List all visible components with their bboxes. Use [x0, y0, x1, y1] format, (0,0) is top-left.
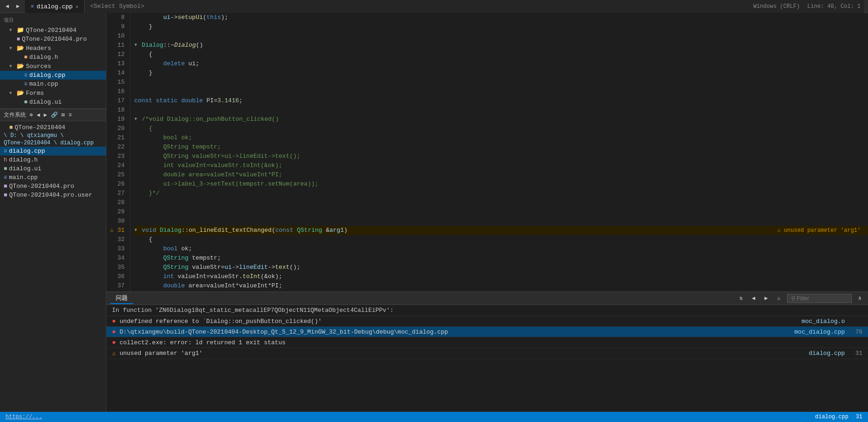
nav-forward-btn[interactable]: ▶	[14, 2, 21, 11]
editor-area[interactable]: 8 9 10 11 12 13 14 15 16 17 18 19 20 21 …	[106, 13, 868, 292]
issues-tab[interactable]: 问题	[110, 293, 133, 304]
fold-arrow-11[interactable]: ▼	[134, 41, 140, 50]
fs-pro-icon: ■	[4, 183, 7, 190]
issues-prev-icon[interactable]: ◀	[749, 294, 758, 303]
fs-h-icon: h	[4, 157, 7, 163]
sidebar-item-dialog-cpp[interactable]: ≡ dialog.cpp	[0, 71, 106, 80]
sidebar-item-dialog-h[interactable]: ■ dialog.h	[0, 53, 106, 62]
fs-cpp-icon-2: ≡	[4, 174, 7, 181]
forms-label: Forms	[26, 90, 44, 97]
fs-file-dialog-h[interactable]: h dialog.h	[0, 155, 106, 164]
fs-main-cpp-label: main.cpp	[9, 174, 37, 181]
fs-dialog-cpp-label: dialog.cpp	[9, 148, 45, 155]
issue-row-3[interactable]: ● collect2.exe: error: ld returned 1 exi…	[106, 337, 868, 348]
fs-icon-5[interactable]: ⊞	[62, 112, 65, 118]
pro-file-icon: ■	[17, 36, 20, 43]
code-line-20: {	[134, 124, 868, 133]
status-link[interactable]: https://...	[6, 414, 42, 420]
status-file: dialog.cpp	[815, 414, 849, 420]
code-line-29	[134, 207, 868, 217]
issue-row-2[interactable]: ● D:\qtxiangmu\build-QTone-20210404-Desk…	[106, 327, 868, 337]
code-line-37: double area=valueInt*valueInt*PI;	[134, 281, 868, 291]
fs-file-dialog-cpp[interactable]: ≡ dialog.cpp	[0, 147, 106, 155]
issue-header-row: In function 'ZN6Dialog18qt_static_metaca…	[106, 305, 868, 316]
sidebar-item-sources[interactable]: ▼ 📂 Sources	[0, 62, 106, 71]
fs-path-d[interactable]: \ D: \ qtxiangmu \	[4, 132, 64, 139]
ln-9: 9	[110, 22, 124, 31]
error-icon-3: ●	[112, 339, 116, 346]
ln-38: 38	[110, 291, 124, 292]
ln-29: 29	[110, 207, 124, 217]
tab-close-icon[interactable]: ✕	[75, 4, 79, 10]
sidebar: 项目 ▼ 📁 QTone-20210404 ■ QTone-20210404.p…	[0, 13, 106, 412]
nav-back-btn[interactable]: ◀	[4, 2, 11, 11]
code-line-22: QString tempstr;	[134, 143, 868, 152]
issue-row-4[interactable]: ⚠ unused parameter 'arg1' dialog.cpp 31	[106, 348, 868, 359]
line-col-label: Line: 40, Col: 1	[807, 3, 861, 10]
sidebar-item-dialog-ui[interactable]: ■ dialog.ui	[0, 98, 106, 106]
ln-28: 28	[110, 198, 124, 207]
fs-file-main-cpp[interactable]: ≡ main.cpp	[0, 173, 106, 182]
fs-prouser-icon: ■	[4, 192, 7, 199]
issue-header-text: In function 'ZN6Dialog18qt_static_metaca…	[112, 307, 394, 314]
top-toolbar: ◀ ▶ ≡ dialog.cpp ✕ <Select Symbol> Windo…	[0, 0, 868, 13]
select-symbol-area[interactable]: <Select Symbol>	[85, 0, 150, 13]
issue-line-2: 76	[849, 329, 862, 335]
encoding-label: Windows (CRLF)	[753, 3, 800, 10]
issues-collapse-icon[interactable]: ∧	[856, 294, 864, 303]
issues-warning-icon[interactable]: ⚠	[775, 294, 783, 303]
code-line-27: }*/	[134, 189, 868, 198]
fs-icon-6[interactable]: ≡	[68, 112, 72, 118]
tab-file-icon: ≡	[31, 4, 34, 9]
h-file-icon: ■	[24, 54, 27, 61]
issue-text-1: undefined reference to `Dialog::on_pushB…	[119, 318, 786, 325]
fold-arrow-19[interactable]: ▼	[134, 115, 140, 124]
issue-text-2: D:\qtxiangmu\build-QTone-20210404-Deskto…	[119, 329, 786, 335]
fs-icon-1[interactable]: ⊕	[30, 112, 33, 118]
sidebar-item-forms[interactable]: ▼ 📂 Forms	[0, 88, 106, 98]
fs-file-dialog-ui[interactable]: ■ dialog.ui	[0, 164, 106, 173]
code-line-26: ui->label_3->setText(tempstr.setNum(area…	[134, 180, 868, 189]
filesystem-label: 文件系统	[4, 111, 26, 119]
ln-32: 32	[110, 235, 124, 244]
sidebar-item-project[interactable]: ▼ 📁 QTone-20210404	[0, 25, 106, 35]
ln-10: 10	[110, 31, 124, 41]
main-area: 项目 ▼ 📁 QTone-20210404 ■ QTone-20210404.p…	[0, 13, 868, 412]
issue-file-4: dialog.cpp	[789, 350, 845, 357]
fs-project-name: QTone-20210404	[15, 124, 65, 131]
code-line-32: {	[134, 235, 868, 244]
ln-25: 25	[110, 170, 124, 180]
fs-icon-2[interactable]: ◀	[37, 112, 40, 118]
fs-file-pro[interactable]: ■ QTone-20210404.pro	[0, 182, 106, 191]
fs-file-pro-user[interactable]: ■ QTone-20210404.pro.user	[0, 191, 106, 199]
ln-18: 18	[110, 106, 124, 115]
ln-30: 30	[110, 217, 124, 226]
issues-sort-icon[interactable]: ⇅	[737, 294, 745, 303]
issue-line-4: 31	[849, 350, 862, 357]
fs-path-proj[interactable]: QTone-20210404 \ dialog.cpp	[4, 140, 93, 146]
main-cpp-label: main.cpp	[29, 81, 58, 87]
headers-folder-icon: 📂	[17, 44, 24, 52]
issues-next-icon[interactable]: ▶	[762, 294, 770, 303]
ln-31: ⚠ 31	[110, 226, 124, 235]
ln-24: 24	[110, 161, 124, 170]
fs-project-row[interactable]: ■ QTone-20210404	[0, 123, 106, 132]
status-line: 31	[856, 414, 862, 420]
fs-project-icon: ■	[9, 124, 13, 131]
project-folder-icon: 📁	[17, 26, 24, 34]
fs-icon-4[interactable]: 🔗	[51, 112, 58, 118]
sidebar-item-headers[interactable]: ▼ 📂 Headers	[0, 43, 106, 53]
ln-15: 15	[110, 78, 124, 87]
fs-icon-3[interactable]: ▶	[43, 112, 47, 118]
code-line-15	[134, 78, 868, 87]
sidebar-item-pro[interactable]: ■ QTone-20210404.pro	[0, 35, 106, 43]
issue-file-1: moc_dialog.o	[789, 318, 845, 325]
ln-19: 19	[110, 115, 124, 124]
issue-row-1[interactable]: ● undefined reference to `Dialog::on_pus…	[106, 316, 868, 327]
bottom-area: 问题 ⇅ ◀ ▶ ⚠ ∧ In function 'ZN6Dialog18qt_…	[106, 292, 868, 412]
fold-arrow-31[interactable]: ▼	[134, 226, 140, 235]
tab-dialog-cpp[interactable]: ≡ dialog.cpp ✕	[25, 0, 84, 13]
sidebar-item-main-cpp[interactable]: ≡ main.cpp	[0, 80, 106, 88]
code-line-30	[134, 217, 868, 226]
issues-filter-input[interactable]	[787, 294, 852, 303]
